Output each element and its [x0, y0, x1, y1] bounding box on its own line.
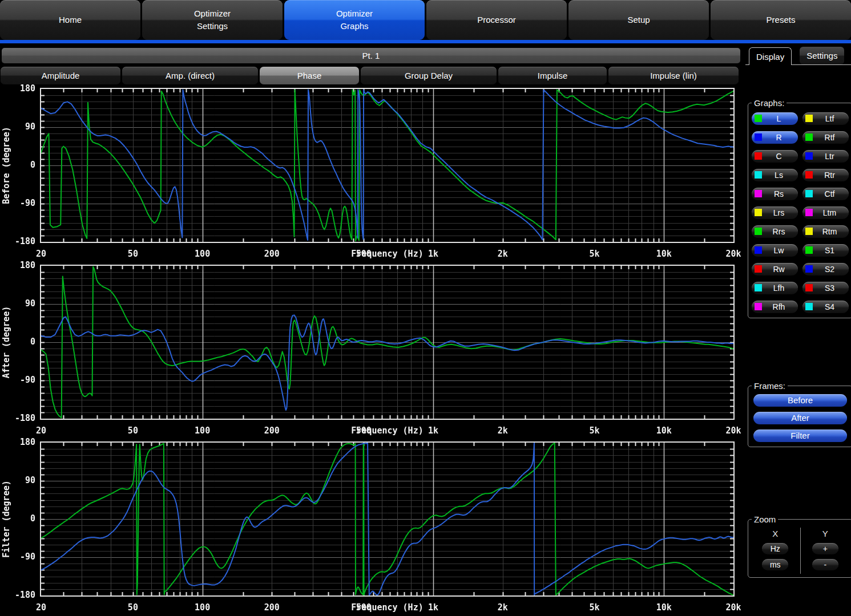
graph-type-tabs: AmplitudeAmp. (direct)PhaseGroup DelayIm…: [1, 67, 739, 84]
channel-button-s4[interactable]: S4: [802, 301, 849, 313]
channel-color-swatch: [755, 171, 762, 179]
measurement-point-label: Pt. 1: [362, 51, 380, 60]
channel-label: Lfh: [773, 283, 784, 293]
channel-color-swatch: [755, 209, 762, 216]
channel-color-swatch: [805, 171, 813, 179]
channel-button-s1[interactable]: S1: [802, 244, 849, 257]
channel-button-s2[interactable]: S2: [802, 263, 849, 275]
frame-button-before[interactable]: Before: [753, 394, 847, 407]
nav-tab-optimizer-graphs[interactable]: Optimizer Graphs: [284, 0, 425, 40]
tab-phase[interactable]: Phase: [260, 67, 359, 84]
nav-tab-presets[interactable]: Presets: [711, 0, 851, 40]
zoom-button-ms[interactable]: ms: [762, 559, 788, 570]
tab-impulse-lin[interactable]: Impulse (lin): [608, 67, 739, 84]
channel-label: Rfh: [773, 302, 785, 311]
channel-button-lrs[interactable]: Lrs: [752, 206, 798, 219]
channel-color-swatch: [805, 246, 813, 254]
channel-label: S1: [825, 246, 834, 255]
nav-tab-setup[interactable]: Setup: [568, 0, 709, 40]
before-phase-chart: [0, 84, 745, 261]
channel-button-rtf[interactable]: Rtf: [802, 131, 849, 144]
zoom-axis-label-x: X: [772, 529, 778, 538]
channel-color-swatch: [805, 152, 813, 160]
channel-button-lw[interactable]: Lw: [752, 244, 798, 257]
frames-group: Frames: BeforeAfterFilter: [748, 381, 851, 447]
zoom-columns: XHzmsY+-: [751, 528, 850, 574]
channel-button-ctf[interactable]: Ctf: [802, 188, 849, 200]
channel-label: S3: [825, 283, 834, 293]
channel-label: Rrs: [773, 227, 785, 236]
zoom-axis-x: XHzms: [751, 528, 800, 574]
channel-button-l[interactable]: L: [752, 112, 798, 125]
channel-color-swatch: [805, 303, 813, 310]
channel-button-ltm[interactable]: Ltm: [802, 206, 849, 219]
zoom-button-hz[interactable]: Hz: [762, 543, 788, 554]
channel-button-rw[interactable]: Rw: [752, 263, 798, 275]
measurement-point-button[interactable]: Pt. 1: [2, 48, 740, 63]
channel-button-rtr[interactable]: Rtr: [802, 169, 849, 181]
nav-tab-processor[interactable]: Processor: [426, 0, 567, 40]
graphs-group-legend: Graphs:: [752, 98, 787, 108]
top-nav-bar: HomeOptimizer SettingsOptimizer GraphsPr…: [0, 0, 851, 40]
zoom-axis-label-y: Y: [822, 529, 828, 538]
channel-label: Rtm: [822, 227, 837, 236]
channel-label: R: [776, 133, 781, 142]
channel-button-rs[interactable]: Rs: [752, 188, 798, 200]
channel-button-r[interactable]: R: [752, 131, 798, 144]
channel-button-s3[interactable]: S3: [802, 282, 849, 294]
frame-button-after[interactable]: After: [753, 412, 847, 424]
channel-color-swatch: [805, 284, 813, 291]
channel-button-rrs[interactable]: Rrs: [752, 225, 798, 238]
channel-color-swatch: [755, 284, 762, 291]
channel-label: Rtf: [825, 133, 835, 142]
channel-button-rtm[interactable]: Rtm: [802, 225, 849, 238]
channel-label: Ltr: [825, 152, 834, 161]
channel-color-swatch: [755, 152, 762, 160]
display-side-panel: DisplaySettings Graphs: LLtfRRtfCLtrLsRt…: [745, 43, 851, 616]
zoom-group: Zoom XHzmsY+-: [748, 514, 851, 578]
side-tab-display[interactable]: Display: [749, 47, 792, 65]
channel-color-swatch: [805, 265, 813, 273]
nav-tab-home[interactable]: Home: [0, 0, 140, 40]
zoom-group-legend: Zoom: [752, 514, 778, 524]
zoom-button-[interactable]: +: [812, 543, 838, 554]
channel-color-swatch: [755, 246, 762, 254]
phase-charts: [0, 84, 745, 615]
tab-impulse[interactable]: Impulse: [498, 67, 607, 84]
tab-amp-direct[interactable]: Amp. (direct): [122, 67, 258, 84]
channel-label: L: [777, 114, 781, 123]
channel-color-swatch: [755, 265, 762, 273]
channel-label: Lw: [774, 246, 784, 255]
zoom-button-[interactable]: -: [812, 559, 838, 570]
channel-label: Rw: [773, 265, 784, 274]
nav-tab-optimizer-settings[interactable]: Optimizer Settings: [142, 0, 283, 40]
frames-group-legend: Frames:: [752, 381, 788, 391]
channel-label: S2: [825, 265, 834, 274]
channel-label: S4: [825, 302, 834, 311]
channel-button-rfh[interactable]: Rfh: [752, 301, 798, 313]
channel-color-swatch: [805, 228, 813, 235]
channel-color-swatch: [755, 190, 762, 197]
tab-amplitude[interactable]: Amplitude: [1, 67, 120, 84]
frames-buttons: BeforeAfterFilter: [751, 394, 850, 442]
side-tab-settings[interactable]: Settings: [800, 47, 844, 64]
frame-button-filter[interactable]: Filter: [753, 429, 847, 442]
channel-color-swatch: [755, 115, 762, 122]
channel-label: Ctf: [825, 189, 835, 198]
after-phase-chart: [0, 261, 745, 438]
channel-button-ls[interactable]: Ls: [752, 169, 798, 181]
channel-button-lfh[interactable]: Lfh: [752, 282, 798, 294]
graphs-main-area: Pt. 1 AmplitudeAmp. (direct)PhaseGroup D…: [0, 43, 745, 616]
channel-color-swatch: [755, 133, 762, 141]
channel-toggle-grid: LLtfRRtfCLtrLsRtrRsCtfLrsLtmRrsRtmLwS1Rw…: [751, 111, 850, 314]
tab-group-delay[interactable]: Group Delay: [361, 67, 497, 84]
channel-color-swatch: [805, 133, 813, 141]
channel-button-c[interactable]: C: [752, 150, 798, 163]
channel-label: Ltm: [823, 208, 836, 217]
channel-button-ltf[interactable]: Ltf: [802, 112, 849, 125]
channel-color-swatch: [805, 115, 813, 122]
channel-button-ltr[interactable]: Ltr: [802, 150, 849, 163]
channel-color-swatch: [755, 303, 762, 310]
channel-label: Rs: [774, 189, 784, 198]
channel-label: Ls: [775, 171, 783, 180]
